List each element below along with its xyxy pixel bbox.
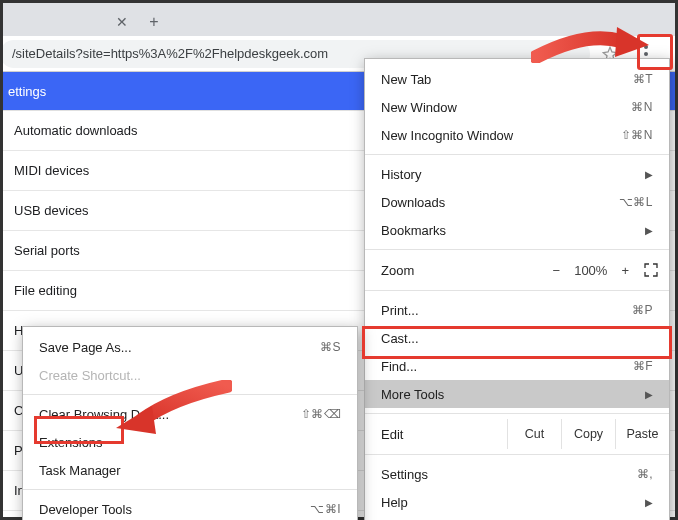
menu-help[interactable]: Help▶ <box>365 488 669 516</box>
menu-more-tools[interactable]: More Tools▶ <box>365 380 669 408</box>
menu-cast[interactable]: Cast... <box>365 324 669 352</box>
edit-paste-button[interactable]: Paste <box>615 419 669 449</box>
submenu-developer-tools[interactable]: Developer Tools⌥⌘I <box>23 495 357 520</box>
menu-downloads[interactable]: Downloads⌥⌘L <box>365 188 669 216</box>
menu-settings[interactable]: Settings⌘, <box>365 460 669 488</box>
submenu-create-shortcut: Create Shortcut... <box>23 361 357 389</box>
zoom-in-button[interactable]: + <box>621 263 629 278</box>
menu-new-window[interactable]: New Window⌘N <box>365 93 669 121</box>
chevron-right-icon: ▶ <box>645 497 653 508</box>
fullscreen-icon[interactable] <box>643 262 659 278</box>
submenu-clear-browsing[interactable]: Clear Browsing Data...⇧⌘⌫ <box>23 400 357 428</box>
chevron-right-icon: ▶ <box>645 225 653 236</box>
chrome-main-menu: New Tab⌘T New Window⌘N New Incognito Win… <box>364 58 670 520</box>
zoom-out-button[interactable]: − <box>553 263 561 278</box>
url-text: /siteDetails?site=https%3A%2F%2Fhelpdesk… <box>12 46 328 61</box>
close-icon: ✕ <box>116 14 128 30</box>
svg-point-0 <box>644 45 648 49</box>
menu-print[interactable]: Print...⌘P <box>365 296 669 324</box>
more-tools-submenu: Save Page As...⌘S Create Shortcut... Cle… <box>22 326 358 520</box>
menu-edit-row: Edit Cut Copy Paste <box>365 419 669 449</box>
tab-strip: ✕ + <box>0 0 678 36</box>
new-tab-button[interactable]: + <box>140 8 168 36</box>
tab-close-button[interactable]: ✕ <box>110 8 134 36</box>
chevron-right-icon: ▶ <box>645 389 653 400</box>
submenu-save-page[interactable]: Save Page As...⌘S <box>23 333 357 361</box>
settings-header-title: ettings <box>8 84 46 99</box>
menu-zoom-row: Zoom − 100% + <box>365 255 669 285</box>
svg-point-1 <box>644 52 648 56</box>
submenu-extensions[interactable]: Extensions <box>23 428 357 456</box>
plus-icon: + <box>149 13 158 31</box>
edit-cut-button[interactable]: Cut <box>507 419 561 449</box>
menu-history[interactable]: History▶ <box>365 160 669 188</box>
menu-find[interactable]: Find...⌘F <box>365 352 669 380</box>
edit-copy-button[interactable]: Copy <box>561 419 615 449</box>
chevron-right-icon: ▶ <box>645 169 653 180</box>
submenu-task-manager[interactable]: Task Manager <box>23 456 357 484</box>
menu-new-tab[interactable]: New Tab⌘T <box>365 65 669 93</box>
zoom-percent: 100% <box>574 263 607 278</box>
menu-new-incognito[interactable]: New Incognito Window⇧⌘N <box>365 121 669 149</box>
menu-bookmarks[interactable]: Bookmarks▶ <box>365 216 669 244</box>
